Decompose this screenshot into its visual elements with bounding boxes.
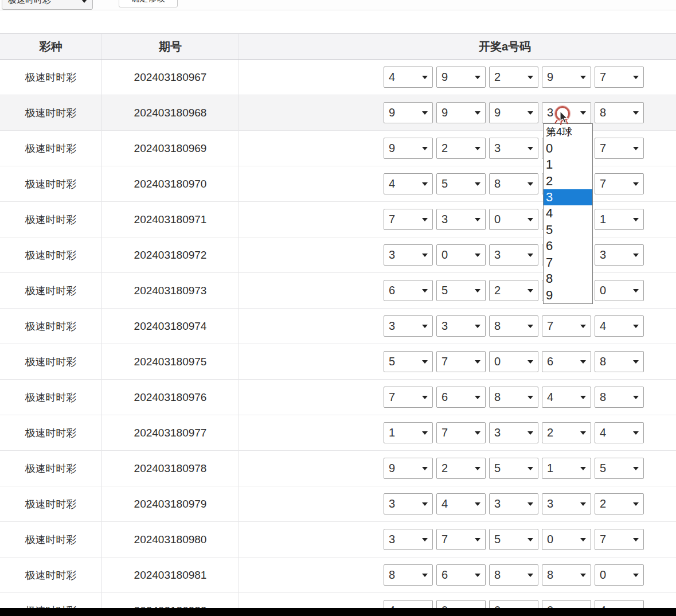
ball-1-select[interactable]: 9 xyxy=(384,102,433,123)
ball-2-select[interactable]: 5 xyxy=(436,280,486,301)
ball-5-select[interactable]: 7 xyxy=(595,67,644,88)
ball-1-select[interactable]: 3 xyxy=(384,493,433,514)
ball-select-value: 9 xyxy=(389,142,395,155)
caret-down-icon xyxy=(475,182,480,186)
ball-2-select[interactable]: 2 xyxy=(436,458,486,479)
dropdown-option[interactable]: 6 xyxy=(544,238,592,254)
ball-2-select[interactable]: 3 xyxy=(436,315,486,337)
ball-1-select[interactable]: 1 xyxy=(384,422,433,443)
ball-1-select[interactable]: 4 xyxy=(384,173,433,194)
lottery-type-cell: 极速时时彩 xyxy=(0,380,102,415)
ball-2-select[interactable]: 7 xyxy=(436,351,486,372)
ball-1-select[interactable]: 9 xyxy=(384,458,433,479)
ball-5-select[interactable]: 8 xyxy=(595,351,644,372)
modify-button[interactable]: 确定修改 xyxy=(119,0,178,7)
ball-2-select[interactable]: 9 xyxy=(436,102,486,123)
lottery-admin-screen: 极速时时彩 确定修改 彩种 期号 开奖a号码 极速时时彩202403180967… xyxy=(0,0,676,616)
ball-5-select[interactable]: 1 xyxy=(595,209,644,230)
ball-1-select[interactable]: 6 xyxy=(384,280,433,301)
ball-3-select[interactable]: 2 xyxy=(489,67,538,88)
period-cell: 202403180975 xyxy=(102,344,239,379)
caret-down-icon xyxy=(422,325,428,328)
ball-3-select[interactable]: 0 xyxy=(489,209,538,230)
ball-4-select[interactable]: 1 xyxy=(542,458,591,479)
ball-select-value: 9 xyxy=(389,106,395,119)
ball-4-select[interactable]: 4 xyxy=(542,387,591,408)
ball-1-select[interactable]: 9 xyxy=(384,138,433,159)
ball-5-select[interactable]: 0 xyxy=(595,280,644,301)
dropdown-option[interactable]: 0 xyxy=(544,140,592,156)
ball-4-select[interactable]: 6 xyxy=(542,351,591,372)
ball-select-value: 7 xyxy=(600,71,606,84)
ball-3-select[interactable]: 2 xyxy=(489,280,538,301)
ball-1-select[interactable]: 7 xyxy=(384,209,433,230)
ball-1-select[interactable]: 7 xyxy=(384,387,433,408)
lottery-type-cell: 极速时时彩 xyxy=(0,202,102,237)
ball-select-value: 4 xyxy=(547,391,553,404)
ball-4-select[interactable]: 8 xyxy=(542,564,591,586)
dropdown-option[interactable]: 4 xyxy=(544,205,592,221)
ball-3-select[interactable]: 8 xyxy=(489,387,538,408)
ball-select-value: 0 xyxy=(547,533,553,546)
ball-5-select[interactable]: 3 xyxy=(595,244,644,266)
ball-3-select[interactable]: 3 xyxy=(489,493,538,514)
ball-4-select[interactable]: 2 xyxy=(542,422,591,443)
draw-numbers-cell: 37507 xyxy=(239,522,675,557)
ball-5-select[interactable]: 4 xyxy=(595,315,644,337)
ball-3-select[interactable]: 8 xyxy=(489,564,538,586)
ball-5-select[interactable]: 2 xyxy=(595,493,644,514)
dropdown-option[interactable]: 3 xyxy=(544,189,592,205)
dropdown-option[interactable]: 5 xyxy=(544,222,592,238)
ball-2-select[interactable]: 7 xyxy=(436,422,486,443)
dropdown-option[interactable]: 1 xyxy=(544,157,592,173)
ball-3-select[interactable]: 3 xyxy=(489,138,538,159)
ball-1-select[interactable]: 4 xyxy=(384,67,433,88)
ball-5-select[interactable]: 8 xyxy=(595,102,644,123)
table-row: 极速时时彩20240318097557068 xyxy=(0,344,676,380)
caret-down-icon xyxy=(527,325,533,328)
ball-4-select[interactable]: 3 xyxy=(542,493,591,514)
ball-select-value: 8 xyxy=(547,568,553,582)
caret-down-icon xyxy=(422,289,428,293)
ball-2-select[interactable]: 3 xyxy=(436,209,486,230)
ball-2-select[interactable]: 9 xyxy=(436,67,486,88)
ball-3-select[interactable]: 8 xyxy=(489,173,538,194)
period-cell: 202403180971 xyxy=(102,202,239,237)
ball-3-select[interactable]: 8 xyxy=(489,315,538,337)
ball-5-select[interactable]: 0 xyxy=(595,564,644,586)
dropdown-option[interactable]: 8 xyxy=(544,271,592,287)
ball-5-select[interactable]: 7 xyxy=(595,138,644,159)
dropdown-option[interactable]: 2 xyxy=(544,173,592,189)
draw-numbers-cell: 86880 xyxy=(239,557,675,592)
ball-5-select[interactable]: 7 xyxy=(595,173,644,194)
ball-3-select[interactable]: 3 xyxy=(489,244,538,266)
ball-4-select[interactable]: 9 xyxy=(542,67,591,88)
ball-4-select[interactable]: 0 xyxy=(542,529,591,550)
ball-5-select[interactable]: 4 xyxy=(595,422,644,443)
ball-2-select[interactable]: 6 xyxy=(436,387,486,408)
lottery-type-select[interactable]: 极速时时彩 xyxy=(2,0,93,10)
ball-3-select[interactable]: 5 xyxy=(489,458,538,479)
ball-2-select[interactable]: 4 xyxy=(436,493,486,514)
ball-2-select[interactable]: 2 xyxy=(436,138,486,159)
ball-3-select[interactable]: 3 xyxy=(489,422,538,443)
ball-2-select[interactable]: 0 xyxy=(436,244,486,266)
ball-4-select[interactable]: 7 xyxy=(542,315,591,337)
ball-2-select[interactable]: 7 xyxy=(436,529,486,550)
ball-3-select[interactable]: 5 xyxy=(489,529,538,550)
dropdown-option[interactable]: 9 xyxy=(544,287,592,303)
ball-2-select[interactable]: 5 xyxy=(436,173,486,194)
ball-select-value: 1 xyxy=(389,426,395,439)
ball-3-select[interactable]: 0 xyxy=(489,351,538,372)
ball-5-select[interactable]: 5 xyxy=(595,458,644,479)
ball-1-select[interactable]: 3 xyxy=(384,244,433,266)
ball-2-select[interactable]: 6 xyxy=(436,564,486,586)
dropdown-option[interactable]: 7 xyxy=(544,255,592,271)
ball-1-select[interactable]: 8 xyxy=(384,564,433,586)
ball-3-select[interactable]: 9 xyxy=(489,102,538,123)
ball-1-select[interactable]: 3 xyxy=(384,529,433,550)
ball-5-select[interactable]: 8 xyxy=(595,387,644,408)
ball-1-select[interactable]: 5 xyxy=(384,351,433,372)
ball-1-select[interactable]: 3 xyxy=(384,315,433,337)
ball-5-select[interactable]: 7 xyxy=(595,529,644,550)
